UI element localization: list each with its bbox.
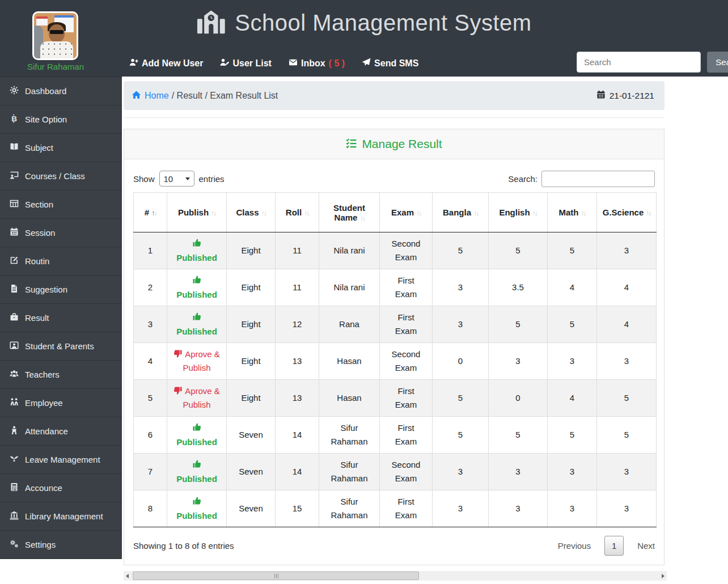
sidebar-item-dashboard[interactable]: Dashboard bbox=[0, 77, 122, 105]
showing-entries-text: Showing 1 to 8 of 8 entries bbox=[133, 541, 234, 551]
user-name: Sifur Rahaman bbox=[0, 62, 111, 71]
breadcrumb-home-link[interactable]: Home bbox=[132, 90, 169, 101]
header-search-input[interactable] bbox=[577, 52, 701, 73]
publish-action[interactable]: Published bbox=[176, 494, 217, 523]
sidebar-item-label: Dashboard bbox=[25, 86, 66, 96]
sidebar-item-result[interactable]: Result bbox=[0, 304, 122, 332]
thumbs-up-icon bbox=[176, 458, 217, 471]
cell-bangla: 5 bbox=[433, 417, 489, 454]
sidebar-item-accounce[interactable]: Accounce bbox=[0, 474, 122, 502]
table-row: 4Aprove & PublishEight13HasanSecond Exam… bbox=[134, 343, 657, 380]
column-header-bangla[interactable]: Bangla↑↓ bbox=[433, 193, 489, 232]
cell-math: 3 bbox=[548, 490, 597, 527]
column-header-gscience[interactable]: G.Science↑↓ bbox=[597, 193, 657, 232]
cell-bangla: 3 bbox=[433, 306, 489, 343]
column-header-math[interactable]: Math↑↓ bbox=[548, 193, 597, 232]
exam-value: First Exam bbox=[389, 495, 423, 522]
cell-english: 3 bbox=[489, 454, 548, 490]
cell-student: Sifur Rahaman bbox=[319, 490, 380, 527]
publish-action[interactable]: Published bbox=[176, 421, 217, 449]
column-header-publish[interactable]: Publish↑↓ bbox=[167, 193, 227, 232]
nav-user-list[interactable]: User List bbox=[220, 58, 271, 68]
next-page-button[interactable]: Next bbox=[637, 541, 655, 551]
entries-label: entries bbox=[199, 174, 225, 184]
column-header-roll[interactable]: Roll↑↓ bbox=[276, 193, 319, 232]
sidebar-item-site-option[interactable]: BSite Option bbox=[0, 105, 122, 134]
column-header-student-name[interactable]: Student Name↑↓ bbox=[319, 193, 380, 232]
page-number-button[interactable]: 1 bbox=[604, 536, 624, 556]
sidebar-item-student-parents[interactable]: Student & Parents bbox=[0, 332, 122, 361]
cell-exam: Second Exam bbox=[380, 454, 433, 490]
nav-send-sms[interactable]: Send SMS bbox=[362, 58, 418, 68]
publish-action[interactable]: Published bbox=[176, 273, 217, 302]
exam-value: First Exam bbox=[389, 384, 423, 412]
sidebar-item-settings[interactable]: Settings bbox=[0, 531, 122, 559]
gears-icon bbox=[9, 539, 19, 549]
publish-action[interactable]: Aprove & Publish bbox=[172, 348, 221, 375]
cell-bangla: 3 bbox=[433, 269, 489, 306]
cell-english: 3 bbox=[489, 490, 548, 527]
column-header-num[interactable]: #↑↓ bbox=[134, 193, 167, 232]
table-row: 8PublishedSeven15Sifur RahamanFirst Exam… bbox=[134, 490, 657, 527]
table-icon bbox=[9, 199, 19, 209]
cell-num: 4 bbox=[134, 343, 167, 380]
sidebar-menu: DashboardBSite OptionSubjectCourses / Cl… bbox=[0, 77, 122, 559]
publish-action[interactable]: Published bbox=[176, 310, 217, 338]
avatar[interactable] bbox=[32, 11, 78, 60]
sidebar-item-label: Subject bbox=[25, 143, 53, 153]
cell-gscience: 4 bbox=[597, 306, 657, 343]
sidebar-item-attendance[interactable]: Attendance bbox=[0, 417, 122, 446]
cell-roll: 13 bbox=[276, 380, 319, 417]
publish-label: Published bbox=[176, 290, 217, 299]
entries-value: 10 bbox=[164, 174, 173, 184]
column-header-exam[interactable]: Exam↑↓ bbox=[380, 193, 433, 232]
scrollbar-grip-icon bbox=[276, 574, 277, 578]
sidebar-item-routin[interactable]: Routin bbox=[0, 247, 122, 276]
sidebar-item-subject[interactable]: Subject bbox=[0, 134, 122, 162]
cell-bangla: 3 bbox=[433, 454, 489, 490]
sidebar-item-suggestion[interactable]: Suggestion bbox=[0, 276, 122, 304]
scrollbar-thumb[interactable] bbox=[133, 572, 419, 580]
user-edit-icon bbox=[220, 58, 229, 68]
sort-icon: ↑↓ bbox=[532, 209, 537, 217]
publish-label: Published bbox=[176, 474, 217, 484]
cell-english: 3 bbox=[489, 343, 548, 380]
cell-num: 1 bbox=[134, 232, 167, 269]
people-icon bbox=[9, 397, 19, 408]
breadcrumb-path: / Result / Exam Result List bbox=[172, 91, 278, 101]
table-search-input[interactable] bbox=[541, 171, 655, 187]
cell-class: Eight bbox=[227, 380, 276, 417]
cell-student: Sifur Rahaman bbox=[319, 417, 380, 454]
sidebar-item-session[interactable]: Session bbox=[0, 219, 122, 247]
sidebar-item-employee[interactable]: Employee bbox=[0, 389, 122, 417]
publish-action[interactable]: Published bbox=[176, 236, 217, 265]
entries-select[interactable]: 10 bbox=[159, 171, 194, 187]
cell-gscience: 5 bbox=[597, 380, 657, 417]
sidebar-item-library-management[interactable]: Library Management bbox=[0, 502, 122, 531]
cell-roll: 14 bbox=[276, 454, 319, 490]
table-row: 2PublishedEight11Nila raniFirst Exam33.5… bbox=[134, 269, 657, 306]
result-table: #↑↓ Publish↑↓ Class↑↓ Roll↑↓ Student Nam… bbox=[133, 192, 657, 527]
sidebar-item-courses-class[interactable]: Courses / Class bbox=[0, 162, 122, 191]
previous-page-button[interactable]: Previous bbox=[558, 541, 591, 551]
sidebar-item-label: Accounce bbox=[25, 483, 62, 493]
header-search-button[interactable]: Search bbox=[707, 52, 728, 73]
cell-english: 5 bbox=[489, 306, 548, 343]
cell-exam: First Exam bbox=[380, 490, 433, 527]
nav-inbox[interactable]: Inbox ( 5 ) bbox=[289, 58, 345, 68]
column-header-english[interactable]: English↑↓ bbox=[489, 193, 548, 232]
horizontal-scrollbar[interactable] bbox=[124, 571, 667, 581]
cell-publish: Published bbox=[167, 269, 227, 306]
table-row: 6PublishedSeven14Sifur RahamanFirst Exam… bbox=[134, 417, 657, 454]
scroll-right-arrow-icon[interactable] bbox=[662, 574, 664, 578]
chalkboard-teacher-icon bbox=[9, 171, 19, 181]
nav-add-new-user[interactable]: Add New User bbox=[129, 58, 203, 68]
sidebar-item-label: Settings bbox=[25, 540, 56, 549]
publish-action[interactable]: Aprove & Publish bbox=[172, 384, 221, 412]
sidebar-item-section[interactable]: Section bbox=[0, 191, 122, 219]
sidebar-item-leave-management[interactable]: Leave Management bbox=[0, 446, 122, 474]
sidebar-item-teachers[interactable]: Teachers bbox=[0, 361, 122, 389]
column-header-class[interactable]: Class↑↓ bbox=[227, 193, 276, 232]
scroll-left-arrow-icon[interactable] bbox=[126, 574, 129, 578]
publish-action[interactable]: Published bbox=[176, 458, 217, 486]
